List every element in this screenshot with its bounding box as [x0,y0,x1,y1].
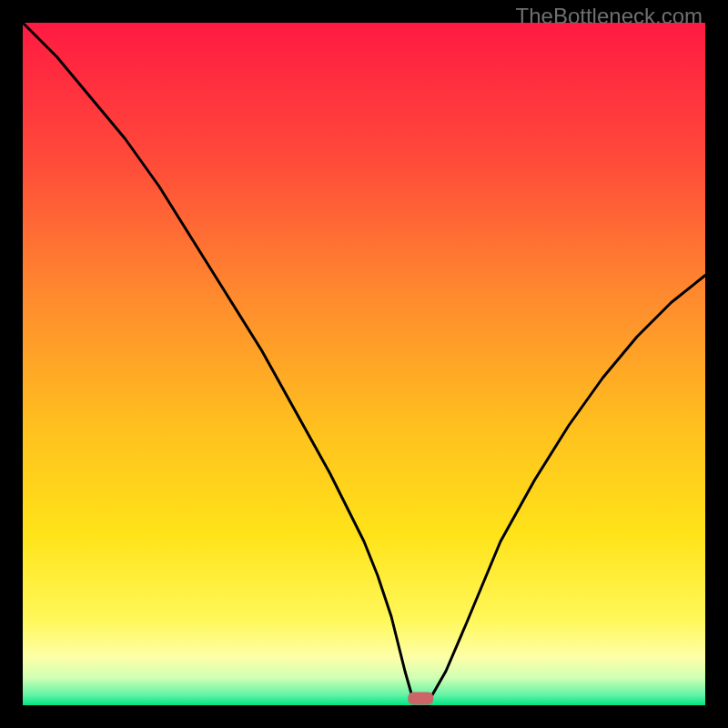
watermark-text: TheBottleneck.com [516,4,703,29]
outer-black-frame: TheBottleneck.com [0,0,728,728]
plot-area [23,23,705,705]
chart-svg [23,23,705,705]
gradient-background [23,23,705,705]
current-point-marker [408,693,433,705]
